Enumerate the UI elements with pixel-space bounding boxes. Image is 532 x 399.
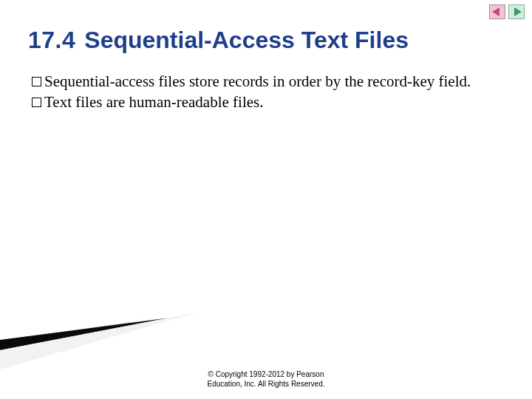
copyright-line2: Education, Inc. All Rights Reserved. bbox=[0, 380, 532, 389]
slide-heading: 17.4 Sequential-Access Text Files bbox=[28, 27, 409, 54]
bullet-text: Sequential-access files store records in… bbox=[44, 72, 471, 90]
bullet-item: Text files are human-readable files. bbox=[33, 92, 495, 112]
decorative-wedge-icon bbox=[0, 303, 207, 369]
nav-controls bbox=[489, 4, 525, 19]
svg-marker-6 bbox=[0, 312, 200, 369]
svg-marker-4 bbox=[0, 319, 148, 347]
square-bullet-icon bbox=[32, 77, 41, 86]
copyright-line1: © Copyright 1992-2012 by Pearson bbox=[0, 370, 532, 380]
arrow-right-icon bbox=[508, 4, 525, 19]
bullet-text: Text files are human-readable files. bbox=[44, 93, 263, 111]
bullet-item: Sequential-access files store records in… bbox=[33, 71, 495, 92]
svg-marker-5 bbox=[0, 318, 170, 350]
square-bullet-icon bbox=[32, 98, 41, 107]
next-button[interactable] bbox=[508, 4, 525, 19]
prev-button[interactable] bbox=[489, 4, 505, 19]
copyright-footer: © Copyright 1992-2012 by Pearson Educati… bbox=[0, 370, 532, 389]
section-number: 17.4 bbox=[28, 27, 75, 54]
slide: 17.4 Sequential-Access Text Files Sequen… bbox=[0, 0, 532, 399]
slide-body: Sequential-access files store records in… bbox=[33, 71, 495, 113]
section-title: Sequential-Access Text Files bbox=[84, 27, 409, 54]
arrow-left-icon bbox=[489, 4, 505, 19]
